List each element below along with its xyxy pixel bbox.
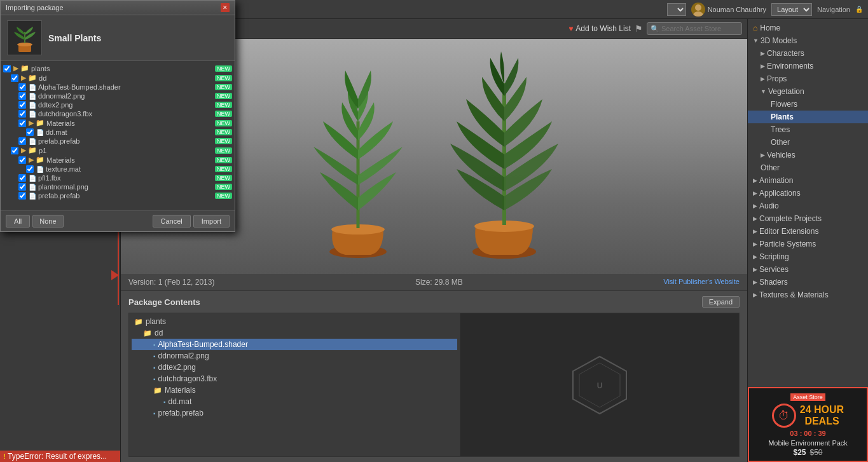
ad-banner[interactable]: Asset Store ⏱ 24 HOURDEALS 03 : 00 : 39 …	[748, 387, 868, 462]
pkg-file-mat[interactable]: ▪ dd.mat	[132, 396, 457, 407]
ad-product: Mobile Environment Pack	[753, 439, 863, 447]
cancel-btn[interactable]: Cancel	[153, 215, 191, 228]
pkg-file-shader[interactable]: ▪ AlphaTest-Bumped.shader	[132, 339, 457, 350]
flag-icon: ⚑	[635, 24, 643, 34]
file-fbx: 📄 dutchdragon3.fbx NEW	[3, 109, 232, 118]
sidebar-item-textures[interactable]: ▶ Textures & Materials	[748, 289, 868, 301]
modal-pkg-name: Small Plants	[48, 33, 101, 43]
file-prefab1: 📄 prefab.prefab NEW	[3, 137, 232, 146]
file-ddmat: 📄 dd.mat NEW	[3, 128, 232, 137]
pkg-file-materials[interactable]: 📁 Materials	[132, 384, 457, 396]
svg-point-0	[695, 4, 701, 11]
import-btn[interactable]: Import	[193, 215, 230, 228]
modal: Importing package ✕ Small Plants	[0, 0, 235, 232]
3dmodels-label: 3D Models	[761, 36, 797, 45]
sidebar-item-vegetation[interactable]: ▼ Vegetation	[748, 85, 868, 98]
cb-dd[interactable]	[11, 74, 18, 82]
modal-close-btn[interactable]: ✕	[221, 3, 230, 12]
cb-texture[interactable]	[26, 165, 34, 173]
modal-titlebar: Importing package ✕	[1, 1, 235, 15]
pkg-file-prefab[interactable]: ▪ prefab.prefab	[132, 407, 457, 419]
pkg-file-fbx[interactable]: ▪ dutchdragon3.fbx	[132, 373, 457, 384]
cb-mat2[interactable]	[18, 156, 26, 164]
user-info: Nouman Chaudhry	[691, 3, 766, 17]
size-info: Size: 29.8 MB	[415, 278, 463, 287]
sidebar-item-animation[interactable]: ▶ Animation	[748, 174, 868, 187]
none-btn[interactable]: None	[32, 215, 63, 228]
layout-controls: Layout	[771, 3, 812, 16]
pkg-file-plants[interactable]: 📁 plants	[132, 316, 457, 327]
3d-other-label: Other	[761, 163, 780, 172]
cb-alpha[interactable]	[18, 83, 26, 91]
sidebar-item-applications[interactable]: ▶ Applications	[748, 187, 868, 200]
file-materials1: ▶ 📁 Materials NEW	[3, 118, 232, 128]
sidebar-item-veg-other[interactable]: Other	[748, 136, 868, 149]
sidebar-item-plants[interactable]: Plants	[748, 111, 868, 123]
all-btn[interactable]: All	[6, 215, 30, 228]
sidebar-item-scripting[interactable]: ▶ Scripting	[748, 250, 868, 263]
scripting-label: Scripting	[759, 252, 789, 261]
environments-label: Environments	[767, 62, 813, 71]
search-input[interactable]	[647, 22, 742, 35]
pkg-preview: U	[460, 313, 739, 456]
cb-p1[interactable]	[11, 147, 18, 154]
file-ddtex: 📄 ddtex2.png NEW	[3, 100, 232, 109]
pkg-file-ddnormal[interactable]: ▪ ddnormal2.png	[132, 350, 457, 362]
characters-label: Characters	[767, 49, 804, 58]
cb-plants[interactable]	[3, 65, 11, 72]
error-bar: ! TypeError: Result of expres...	[0, 451, 120, 462]
cb-mat1[interactable]	[18, 119, 26, 127]
complete-label: Complete Projects	[759, 214, 822, 223]
sidebar-item-trees[interactable]: Trees	[748, 123, 868, 136]
sidebar-item-3dmodels[interactable]: ▼ 3D Models	[748, 34, 868, 47]
pkg-file-dd[interactable]: 📁 dd	[132, 327, 457, 339]
sidebar-item-props[interactable]: ▶ Props	[748, 72, 868, 85]
modal-file-list: ▶ 📁 plants NEW ▶ 📁 dd NEW 📄 AlphaTest-Bu…	[1, 61, 235, 210]
sidebar-item-environments[interactable]: ▶ Environments	[748, 60, 868, 72]
cb-ddtex[interactable]	[18, 101, 26, 109]
action-btns: Cancel Import	[153, 215, 230, 228]
cb-ddnormal[interactable]	[18, 92, 26, 100]
sidebar-item-complete[interactable]: ▶ Complete Projects	[748, 212, 868, 225]
file-ddnormal: 📄 ddnormal2.png NEW	[3, 92, 232, 100]
plants-label: Plants	[771, 112, 794, 121]
cb-fbx[interactable]	[18, 110, 26, 118]
cb-prefab2[interactable]	[18, 192, 26, 200]
file-texture: 📄 texture.mat NEW	[3, 165, 232, 173]
sidebar-item-vehicles[interactable]: ▶ Vehicles	[748, 149, 868, 161]
plant-1	[307, 58, 409, 261]
file-p1: ▶ 📁 p1 NEW	[3, 146, 232, 155]
modal-pkg-icon	[7, 20, 42, 55]
wishlist-btn[interactable]: ♥ Add to Wish List	[568, 24, 631, 33]
publisher-link[interactable]: Visit Publisher's Website	[663, 278, 740, 287]
expand-btn[interactable]: Expand	[702, 296, 740, 308]
cb-plantnormal[interactable]	[18, 183, 26, 191]
select-btns: All None	[6, 215, 64, 228]
modal-header: Small Plants	[1, 15, 235, 61]
sidebar-item-particles[interactable]: ▶ Particle Systems	[748, 238, 868, 250]
cb-ddmat[interactable]	[26, 128, 34, 136]
sidebar-item-flowers[interactable]: Flowers	[748, 98, 868, 111]
timer-icon: ⏱	[778, 409, 790, 423]
pkg-file-ddtex[interactable]: ▪ ddtex2.png	[132, 362, 457, 373]
file-prefab2: 📄 prefab.prefab NEW	[3, 191, 232, 200]
modal-overlay: Importing package ✕ Small Plants	[0, 0, 238, 251]
sidebar-item-home[interactable]: ⌂ Home	[748, 22, 868, 34]
sidebar-item-services[interactable]: ▶ Services	[748, 263, 868, 276]
textures-label: Textures & Materials	[759, 290, 829, 299]
sidebar-item-shaders[interactable]: ▶ Shaders	[748, 276, 868, 289]
svg-text:U: U	[597, 381, 603, 390]
sidebar-item-audio[interactable]: ▶ Audio	[748, 200, 868, 212]
sidebar-item-editor-ext[interactable]: ▶ Editor Extensions	[748, 225, 868, 238]
file-plants: ▶ 📁 plants NEW	[3, 64, 232, 73]
language-select[interactable]: Language: English	[667, 3, 686, 16]
version-info: Version: 1 (Feb 12, 2013)	[128, 278, 214, 287]
pkg-header: Package Contents Expand	[121, 291, 747, 313]
layout-select[interactable]: Layout	[771, 3, 812, 16]
nav-label: Navigation	[817, 6, 850, 13]
cb-prefab1[interactable]	[18, 137, 26, 145]
sidebar-item-characters[interactable]: ▶ Characters	[748, 47, 868, 60]
file-plantnormal: 📄 plantnormal.png NEW	[3, 182, 232, 191]
sidebar-item-3d-other[interactable]: Other	[748, 161, 868, 174]
cb-pfl1[interactable]	[18, 174, 26, 182]
